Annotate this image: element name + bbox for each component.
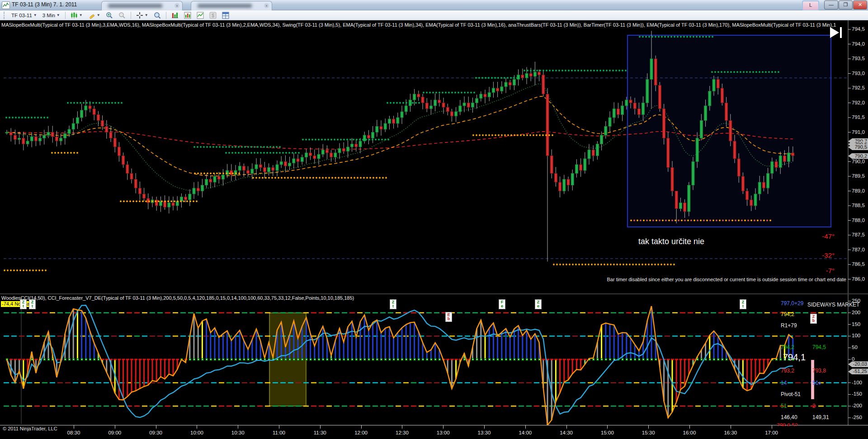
time-axis-label: 12:00 xyxy=(354,430,368,435)
cci-big-price: 794,1 xyxy=(783,352,806,363)
chart-area[interactable]: MASlopeBoxMulti(Typical of TF 03-11 (3 M… xyxy=(0,20,868,425)
cci-info-value: 14 xyxy=(781,380,787,386)
cci-axis-label: -200 xyxy=(852,403,862,408)
cci-axis-label: 100 xyxy=(852,333,860,338)
minimize-button[interactable]: — xyxy=(824,0,838,9)
restore-button[interactable]: ❐ xyxy=(839,0,853,9)
chevron-down-icon: ▼ xyxy=(57,13,60,17)
price-axis-label: 792,0 xyxy=(852,100,865,105)
data-grid-icon xyxy=(222,12,229,19)
toolbar-grip[interactable] xyxy=(4,12,6,19)
zoom-in-button[interactable] xyxy=(104,11,115,19)
close-button[interactable]: ✕ xyxy=(853,0,867,9)
cci-info-value: 793,2 xyxy=(781,368,794,374)
account-button[interactable]: $ xyxy=(207,11,219,19)
time-axis-label: 15:30 xyxy=(642,430,655,435)
l-button[interactable]: L xyxy=(802,0,819,11)
toolbar-separator xyxy=(131,12,131,19)
time-axis-label: 10:00 xyxy=(190,430,203,435)
main-indicator-list: MASlopeBoxMulti(Typical of TF 03-11 (3 M… xyxy=(1,22,847,28)
cci-info-value: R1+79 xyxy=(781,322,797,329)
zoom-in-icon xyxy=(106,12,113,19)
workspace-tab-3[interactable]: x xyxy=(191,1,272,10)
cci-axis-label: -150 xyxy=(852,391,862,397)
title-bar[interactable]: TF 03-11 (3 Min) 7. 1. 2011 x x L — ❐ ✕ xyxy=(0,0,868,10)
time-axis-label: 11:30 xyxy=(314,430,326,435)
cci-signal-flag: Ze xyxy=(535,299,542,309)
time-axis-label: 09:00 xyxy=(108,430,121,435)
price-axis-label: 786,0 xyxy=(852,276,865,282)
chart-text-annotation[interactable]: tak takto určite nie xyxy=(638,237,704,246)
price-axis-label: 793,0 xyxy=(852,71,865,76)
gann-angle-label: -47° xyxy=(822,232,835,240)
ninjatrader-window: TF 03-11 (3 Min) 7. 1. 2011 x x L — ❐ ✕ … xyxy=(0,0,868,439)
zoom-out-disabled-icon xyxy=(118,12,126,19)
tab-redacted-label xyxy=(108,4,162,8)
cci-axis-label: 200 xyxy=(852,310,860,315)
cci-signal-flag: Zb xyxy=(810,314,817,324)
cci-axis-label: -250 xyxy=(852,415,862,420)
price-axis-label: 787,5 xyxy=(852,232,865,237)
crosshair-icon xyxy=(136,12,143,19)
zoom-window-button[interactable] xyxy=(151,11,163,19)
pencil-icon xyxy=(88,12,95,19)
zoom-out-button[interactable] xyxy=(116,11,128,19)
magnifier-window-icon xyxy=(154,12,161,19)
time-axis-label: 11:00 xyxy=(273,430,285,435)
candlestick-icon xyxy=(71,12,78,19)
time-axis-label: 12:30 xyxy=(396,430,409,435)
line-chart-icon xyxy=(197,12,204,19)
time-axis-label: 16:30 xyxy=(724,430,737,435)
price-axis-label: 786,5 xyxy=(852,261,865,267)
indicators-button[interactable] xyxy=(182,11,193,19)
toolbar-separator xyxy=(166,12,166,19)
chevron-down-icon: ▼ xyxy=(79,13,83,17)
cci-info-value: 146,40 xyxy=(781,414,797,420)
price-axis-label: 791,0 xyxy=(852,129,865,135)
chart-window-icon xyxy=(2,1,10,9)
cursor-mode-button[interactable]: ▼ xyxy=(134,11,151,19)
reload-bars-button[interactable] xyxy=(169,11,181,19)
svg-text:$: $ xyxy=(212,13,214,18)
cci-info-value: 793,8 xyxy=(812,368,826,374)
cci-info-value: 794,5 xyxy=(812,344,826,350)
price-axis-label: 788,0 xyxy=(852,217,865,223)
cci-axis-label: -100 xyxy=(852,380,862,385)
chevron-down-icon: ▼ xyxy=(97,13,100,17)
cci-status-badge: -74,4 Normal xyxy=(1,301,32,307)
price-axis-label: 787,0 xyxy=(852,247,865,252)
workspace-tab-2[interactable]: x xyxy=(101,1,183,10)
cci-info-value: SIDEWAYS MARKET xyxy=(807,302,859,308)
price-axis-label: 793,5 xyxy=(852,56,865,61)
chevron-down-icon: ▼ xyxy=(33,13,37,17)
instrument-selector[interactable]: TF 03-11▼ xyxy=(9,11,39,19)
time-axis-label: 16:00 xyxy=(683,430,696,435)
price-axis-label: 790,0 xyxy=(852,159,865,164)
time-axis-label: 08:30 xyxy=(67,430,80,435)
window-title: TF 03-11 (3 Min) 7. 1. 2011 xyxy=(12,1,77,8)
price-tag: 790,2 xyxy=(848,153,868,159)
cci-signal-flag: Zt xyxy=(390,299,396,309)
drawing-tools-button[interactable]: ▼ xyxy=(86,11,103,19)
price-axis-label: 792,5 xyxy=(852,85,865,90)
time-axis[interactable]: © 2011 NinjaTrader, LLC 798,8,52 08:3009… xyxy=(0,425,868,439)
time-axis-label: 13:30 xyxy=(478,430,491,435)
price-axis-label: 794,5 xyxy=(852,26,865,32)
interval-selector[interactable]: 3 Min▼ xyxy=(40,11,62,19)
chart-canvas[interactable] xyxy=(0,20,868,425)
indicator-panel-icon xyxy=(184,12,191,19)
chart-trader-button[interactable] xyxy=(194,11,206,19)
tab-close-icon[interactable]: x xyxy=(175,3,179,8)
cci-signal-flag: Eb xyxy=(445,312,452,322)
cci-value-tag: -20,03 xyxy=(848,361,868,367)
clipped-red-value: 798,8,52 xyxy=(777,422,798,426)
chart-style-button[interactable]: ▼ xyxy=(68,11,85,19)
tab-close-icon[interactable]: x xyxy=(264,3,269,8)
time-axis-label: 10:30 xyxy=(231,430,245,435)
cci-info-value: 51♦ xyxy=(812,380,821,386)
toolbar-separator xyxy=(65,12,66,19)
data-grid-button[interactable] xyxy=(220,11,231,19)
time-axis-label: 15:00 xyxy=(601,430,614,435)
gann-angle-label: -32° xyxy=(822,251,835,259)
toolbar: TF 03-11▼ 3 Min▼ ▼ ▼ ▼ $ xyxy=(0,10,868,20)
